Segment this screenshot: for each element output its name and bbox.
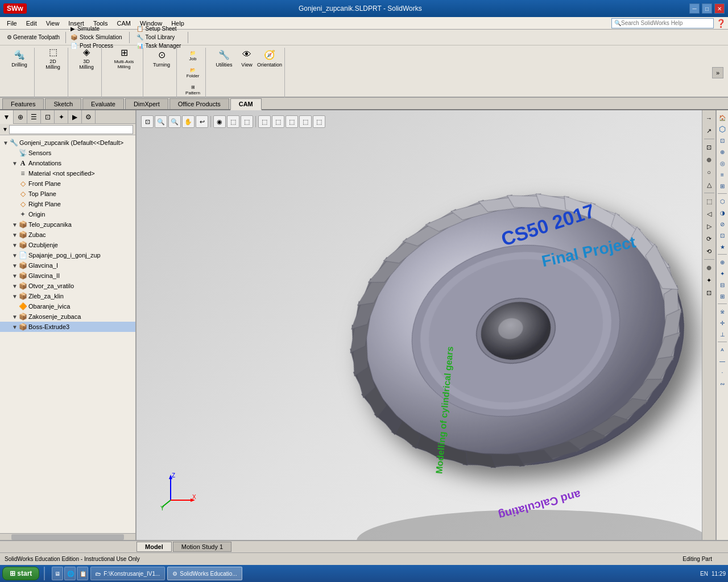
- filter-input[interactable]: [9, 125, 133, 134]
- frt-btn-16[interactable]: ⊞: [717, 291, 727, 301]
- rt-btn-2[interactable]: ↗: [704, 125, 715, 136]
- frt-btn-21[interactable]: —: [717, 356, 727, 366]
- view-orient-button[interactable]: ◉: [213, 115, 226, 128]
- turning-button[interactable]: ⊙ Turning: [151, 48, 172, 68]
- frt-btn-22[interactable]: ·: [717, 367, 727, 377]
- tree-item-ozubljenje[interactable]: ▼ 📦 Ozubljenje: [0, 240, 135, 250]
- bottom-tab-model[interactable]: Model: [136, 542, 172, 552]
- frt-btn-19[interactable]: ⊥: [717, 329, 727, 339]
- frt-btn-7[interactable]: ⊞: [717, 181, 727, 191]
- tree-item-spajanje[interactable]: ▼ 📄 Spajanje_pog_i_gonj_zup: [0, 250, 135, 260]
- rt-btn-4[interactable]: ⊕: [704, 154, 715, 165]
- stock-simulation-button[interactable]: 📦 Stock Simulation: [68, 34, 124, 41]
- zoom-fit-button[interactable]: ⊡: [141, 115, 154, 128]
- utilities-button[interactable]: 🔧 Utilities: [214, 48, 234, 68]
- zoom-out-button[interactable]: 🔍: [168, 115, 181, 128]
- frt-btn-17[interactable]: ※: [717, 306, 727, 317]
- taskbar-solidworks-item[interactable]: ⚙ SolidWorks Educatio...: [167, 567, 242, 580]
- frt-btn-10[interactable]: ⊘: [717, 219, 727, 229]
- sidebar-tab-star[interactable]: ✦: [55, 110, 68, 124]
- bottom-tab-motion[interactable]: Motion Study 1: [173, 542, 231, 552]
- tab-office[interactable]: Office Products: [169, 98, 229, 109]
- frt-btn-3[interactable]: ⊡: [717, 135, 727, 146]
- sidebar-tab-props[interactable]: ⊕: [14, 110, 27, 124]
- search-box[interactable]: 🔍: [611, 18, 714, 28]
- rt-btn-8[interactable]: ◁: [704, 208, 715, 219]
- frt-btn-20[interactable]: A: [717, 344, 727, 355]
- frt-btn-12[interactable]: ★: [717, 242, 727, 252]
- help-icon[interactable]: ❓: [716, 19, 726, 28]
- tree-item-glavcina1[interactable]: ▼ 📦 Glavcina_I: [0, 260, 135, 271]
- frt-btn-13[interactable]: ⊕: [717, 257, 727, 267]
- viewport[interactable]: ⊡ 🔍 🔍 ✋ ↩ ◉ ⬚ ⬚ ⬚ ⬚ ⬚ ⬚ ⬚: [136, 110, 702, 540]
- rotate-button[interactable]: ↩: [196, 115, 208, 128]
- rt-btn-6[interactable]: △: [704, 179, 715, 190]
- toolbar-expand-button[interactable]: »: [712, 67, 723, 78]
- tab-sketch[interactable]: Sketch: [45, 98, 81, 109]
- sidebar-tab-gear[interactable]: ⚙: [82, 110, 96, 124]
- rt-btn-7[interactable]: ⬚: [704, 196, 715, 207]
- search-input[interactable]: [621, 20, 701, 26]
- tab-dimxpert[interactable]: DimXpert: [125, 98, 168, 109]
- orientation-button[interactable]: 🧭 Orientation: [259, 48, 280, 68]
- tree-item-root[interactable]: ▼ 🔧 Gonjeni_zupcanik (Default<<Default>: [0, 138, 135, 148]
- tool-library-button[interactable]: 🔧 Tool Library: [134, 34, 184, 41]
- frt-btn-14[interactable]: ✦: [717, 268, 727, 278]
- tree-item-top-plane[interactable]: ◇ Top Plane: [0, 189, 135, 199]
- tree-item-boss-extrude[interactable]: ▼ 📦 Boss-Extrude3: [0, 322, 135, 332]
- tree-item-zleb[interactable]: ▼ 📦 Zleb_za_klin: [0, 291, 135, 301]
- pattern-button[interactable]: ⊞ Pattern: [185, 82, 201, 98]
- start-button[interactable]: ⊞ start: [2, 567, 39, 580]
- tab-cam[interactable]: CAM: [230, 98, 262, 110]
- tree-item-telo[interactable]: ▼ 📦 Telo_zupcanika: [0, 219, 135, 230]
- menu-view[interactable]: View: [42, 19, 64, 28]
- rt-btn-3[interactable]: ⊡: [704, 142, 715, 153]
- milling-3d-button[interactable]: ◈ 3D Milling: [76, 48, 97, 68]
- frt-btn-8[interactable]: ⬡: [717, 196, 727, 206]
- tree-item-zakosenje[interactable]: ▼ 📦 Zakosenje_zubaca: [0, 311, 135, 322]
- tree-item-zubac[interactable]: ▼ 📦 Zubac: [0, 230, 135, 240]
- frt-btn-23[interactable]: ∾: [717, 379, 727, 389]
- tree-item-right-plane[interactable]: ◇ Right Plane: [0, 199, 135, 209]
- tree-item-obaranje[interactable]: 🔶 Obaranje_ivica: [0, 301, 135, 311]
- rt-btn-14[interactable]: ⊡: [704, 287, 715, 298]
- close-button[interactable]: ✕: [714, 3, 725, 14]
- job-button[interactable]: 📁 Job: [185, 48, 201, 64]
- rt-btn-10[interactable]: ⟳: [704, 233, 715, 244]
- sidebar-tab-list[interactable]: ☰: [27, 110, 41, 124]
- rt-btn-5[interactable]: ○: [704, 167, 715, 178]
- simulate-button[interactable]: ▶ Simulate: [68, 25, 124, 32]
- tree-item-origin[interactable]: ✦ Origin: [0, 209, 135, 219]
- sidebar-tab-config[interactable]: ⊡: [41, 110, 55, 124]
- section-view-button[interactable]: ⬚: [227, 115, 239, 128]
- tree-item-sensors[interactable]: 📡 Sensors: [0, 148, 135, 158]
- rt-btn-13[interactable]: ✦: [704, 275, 715, 286]
- tab-features[interactable]: Features: [2, 98, 44, 109]
- tree-item-otvor[interactable]: ▼ 📦 Otvor_za_vratilo: [0, 281, 135, 291]
- frt-btn-18[interactable]: ✛: [717, 318, 727, 328]
- menu-edit[interactable]: Edit: [22, 19, 42, 28]
- taskbar-file-item[interactable]: 🗁 F:\Konstrusanje_IV1...: [90, 567, 165, 580]
- frt-btn-11[interactable]: ⊡: [717, 230, 727, 240]
- sidebar-tab-play[interactable]: ▶: [68, 110, 82, 124]
- frt-btn-15[interactable]: ⊟: [717, 280, 727, 290]
- maximize-button[interactable]: □: [702, 3, 712, 14]
- sidebar-tab-tree[interactable]: ▼: [0, 110, 14, 124]
- view-display-button[interactable]: ⬚: [241, 115, 253, 128]
- pan-button[interactable]: ✋: [182, 115, 195, 128]
- view-button[interactable]: 👁 View: [237, 48, 257, 68]
- tree-item-material[interactable]: ≡ Material <not specified>: [0, 168, 135, 178]
- rt-btn-12[interactable]: ⊕: [704, 262, 715, 273]
- taskbar-icon-1[interactable]: 🖥: [52, 567, 63, 580]
- sidebar-scrollbar[interactable]: [0, 533, 135, 540]
- tree-item-annotations[interactable]: ▼ A Annotations: [0, 158, 135, 168]
- frt-home-btn[interactable]: 🏠: [717, 113, 727, 123]
- frt-btn-4[interactable]: ⊕: [717, 147, 727, 157]
- taskbar-icon-2[interactable]: 🌐: [64, 567, 76, 580]
- tab-evaluate[interactable]: Evaluate: [82, 98, 124, 109]
- drilling-button[interactable]: 🔩 Drilling: [9, 48, 30, 68]
- rt-btn-9[interactable]: ▷: [704, 221, 715, 232]
- folder-button[interactable]: 📂 Folder: [185, 65, 201, 81]
- frt-btn-5[interactable]: ◎: [717, 158, 727, 168]
- rt-btn-1[interactable]: →: [704, 113, 715, 124]
